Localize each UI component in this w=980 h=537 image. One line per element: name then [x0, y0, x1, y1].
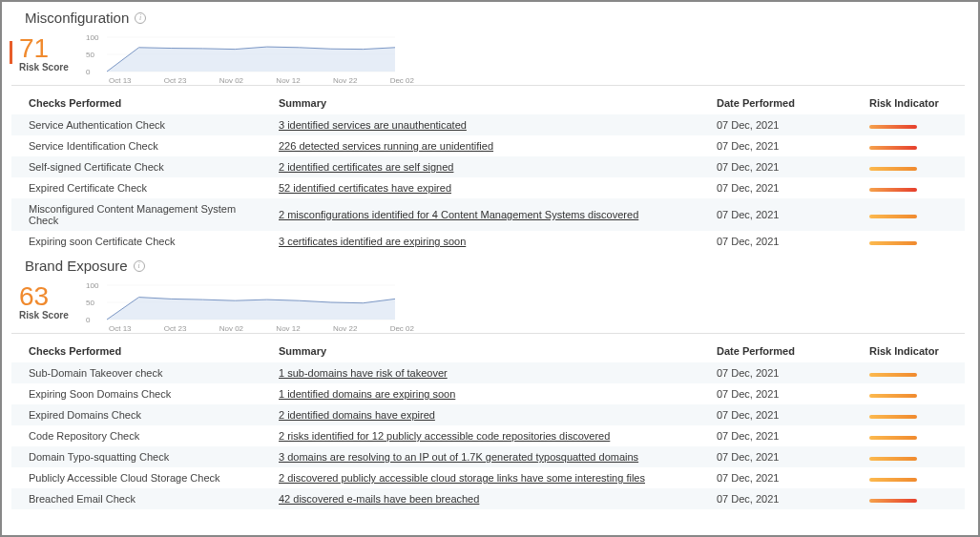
- date-performed: 07 Dec, 2021: [707, 198, 860, 231]
- date-performed: 07 Dec, 2021: [707, 177, 860, 198]
- col-date: Date Performed: [707, 340, 860, 362]
- date-performed: 07 Dec, 2021: [707, 488, 860, 509]
- summary-link[interactable]: 226 detected services running are uniden…: [279, 140, 493, 152]
- date-performed: 07 Dec, 2021: [707, 425, 860, 446]
- date-performed: 07 Dec, 2021: [707, 383, 860, 404]
- date-performed: 07 Dec, 2021: [707, 446, 860, 467]
- summary-link[interactable]: 42 discovered e-mails have been breached: [279, 493, 479, 505]
- table-row: Service Authentication Check 3 identifie…: [11, 114, 965, 135]
- date-performed: 07 Dec, 2021: [707, 156, 860, 177]
- check-name: Self-signed Certificate Check: [11, 156, 269, 177]
- check-name: Service Identification Check: [11, 135, 269, 156]
- risk-indicator: [869, 499, 917, 503]
- risk-indicator: [869, 436, 917, 440]
- table-row: Misconfigured Content Management System …: [11, 198, 965, 231]
- check-name: Code Repository Check: [11, 425, 269, 446]
- checks-table: Checks Performed Summary Date Performed …: [11, 92, 965, 252]
- table-row: Service Identification Check 226 detecte…: [11, 135, 965, 156]
- table-row: Expiring soon Certificate Check 3 certif…: [11, 231, 965, 252]
- risk-indicator: [869, 478, 917, 482]
- check-name: Sub-Domain Takeover check: [11, 362, 269, 383]
- table-row: Self-signed Certificate Check 2 identifi…: [11, 156, 965, 177]
- check-name: Service Authentication Check: [11, 114, 269, 135]
- summary-link[interactable]: 52 identified certificates have expired: [279, 182, 451, 194]
- table-row: Breached Email Check 42 discovered e-mai…: [11, 488, 965, 509]
- col-checks: Checks Performed: [11, 92, 269, 114]
- date-performed: 07 Dec, 2021: [707, 404, 860, 425]
- date-performed: 07 Dec, 2021: [707, 231, 860, 252]
- risk-indicator: [869, 188, 917, 192]
- date-performed: 07 Dec, 2021: [707, 467, 860, 488]
- summary-link[interactable]: 1 identified domains are expiring soon: [279, 388, 455, 400]
- table-row: Domain Typo-squatting Check 3 domains ar…: [11, 446, 965, 467]
- check-name: Expiring soon Certificate Check: [11, 231, 269, 252]
- risk-indicator: [869, 415, 917, 419]
- trend-chart: 050100 Oct 13Oct 23Nov 02Nov 12Nov 22Dec…: [90, 283, 414, 331]
- trend-chart: 050100 Oct 13Oct 23Nov 02Nov 12Nov 22Dec…: [90, 35, 414, 83]
- table-row: Code Repository Check 2 risks identified…: [11, 425, 965, 446]
- check-name: Domain Typo-squatting Check: [11, 446, 269, 467]
- info-icon[interactable]: i: [135, 12, 146, 24]
- date-performed: 07 Dec, 2021: [707, 362, 860, 383]
- col-checks: Checks Performed: [11, 340, 269, 362]
- risk-indicator: [869, 167, 917, 171]
- table-row: Sub-Domain Takeover check 1 sub-domains …: [11, 362, 965, 383]
- info-icon[interactable]: i: [134, 260, 145, 272]
- risk-indicator: [869, 373, 917, 377]
- summary-link[interactable]: 2 discovered publicly accessible cloud s…: [279, 472, 645, 484]
- check-name: Misconfigured Content Management System …: [11, 198, 269, 231]
- col-summary: Summary: [269, 92, 707, 114]
- date-performed: 07 Dec, 2021: [707, 135, 860, 156]
- col-risk: Risk Indicator: [860, 340, 965, 362]
- risk-indicator: [869, 215, 917, 218]
- table-row: Expired Domains Check 2 identified domai…: [11, 404, 965, 425]
- summary-link[interactable]: 1 sub-domains have risk of takeover: [279, 367, 448, 379]
- summary-link[interactable]: 2 risks identified for 12 publicly acces…: [279, 430, 610, 442]
- risk-score: 71 Risk Score: [11, 35, 76, 72]
- summary-link[interactable]: 3 domains are resolving to an IP out of …: [279, 451, 638, 463]
- summary-link[interactable]: 2 identified certificates are self signe…: [279, 161, 453, 173]
- risk-indicator: [869, 125, 917, 129]
- table-row: Expiring Soon Domains Check 1 identified…: [11, 383, 965, 404]
- date-performed: 07 Dec, 2021: [707, 114, 860, 135]
- check-name: Expiring Soon Domains Check: [11, 383, 269, 404]
- summary-link[interactable]: 3 certificates identified are expiring s…: [279, 236, 466, 247]
- table-row: Expired Certificate Check 52 identified …: [11, 177, 965, 198]
- check-name: Expired Certificate Check: [11, 177, 269, 198]
- col-summary: Summary: [269, 340, 707, 362]
- summary-link[interactable]: 2 identified domains have expired: [279, 409, 435, 421]
- summary-link[interactable]: 3 identified services are unauthenticate…: [279, 119, 467, 131]
- table-row: Publicly Accessible Cloud Storage Check …: [11, 467, 965, 488]
- check-name: Breached Email Check: [11, 488, 269, 509]
- panel-title: Brand Exposure: [25, 258, 128, 274]
- panel-title: Misconfiguration: [25, 10, 129, 26]
- col-date: Date Performed: [707, 92, 860, 114]
- risk-indicator: [869, 394, 917, 398]
- risk-panel: Misconfiguration i 71 Risk Score 050100 …: [11, 10, 965, 252]
- check-name: Expired Domains Check: [11, 404, 269, 425]
- risk-indicator: [869, 146, 917, 150]
- risk-indicator: [869, 241, 917, 245]
- risk-panel: Brand Exposure i 63 Risk Score 050100 Oc…: [11, 258, 965, 509]
- col-risk: Risk Indicator: [860, 92, 965, 114]
- risk-score: 63 Risk Score: [11, 283, 76, 320]
- checks-table: Checks Performed Summary Date Performed …: [11, 340, 965, 509]
- risk-indicator: [869, 457, 917, 461]
- summary-link[interactable]: 2 misconfigurations identified for 4 Con…: [279, 209, 638, 220]
- check-name: Publicly Accessible Cloud Storage Check: [11, 467, 269, 488]
